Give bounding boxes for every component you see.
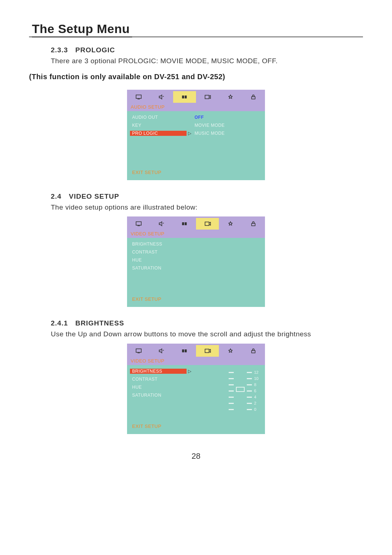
osd-item-value: MUSIC MODE <box>193 131 262 136</box>
osd-item-label: AUDIO OUT <box>130 115 187 120</box>
heading-num: 2.3.3 <box>51 46 68 54</box>
svg-rect-10 <box>182 222 184 225</box>
osd-section-label: AUDIO SETUP <box>127 103 265 111</box>
tab-preference-icon <box>219 91 242 103</box>
osd-item-label-selected: BRIGHTNESS <box>130 369 187 374</box>
svg-rect-7 <box>136 222 141 226</box>
scale-tick <box>229 409 234 410</box>
osd-item-label: SATURATION <box>130 266 187 271</box>
scale-num: 8 <box>254 382 260 388</box>
scale-tick <box>247 390 252 392</box>
scale-tick <box>247 403 252 404</box>
tab-general-icon <box>127 218 150 230</box>
scale-num: 0 <box>254 406 260 413</box>
scale-num: 2 <box>254 400 260 406</box>
osd-row: HUE <box>130 256 262 264</box>
scale-num: 12 <box>254 369 260 376</box>
scale-tick <box>247 409 252 410</box>
svg-rect-3 <box>182 96 184 98</box>
tab-general-icon <box>127 345 150 357</box>
tab-speaker-icon <box>150 345 173 357</box>
availability-note: (This function is only available on DV-2… <box>29 73 363 81</box>
scale-tick <box>247 397 252 398</box>
svg-rect-8 <box>137 226 139 226</box>
heading-num: 2.4.1 <box>51 319 68 327</box>
body-241: Use the Up and Down arrow buttons to mov… <box>51 329 363 339</box>
scale-tick <box>229 403 234 404</box>
heading-241: 2.4.1 BRIGHTNESS <box>51 319 363 327</box>
osd-item-label: CONTRAST <box>130 377 187 382</box>
osd-item-label: BRIGHTNESS <box>130 242 187 247</box>
heading-num: 2.4 <box>51 193 61 200</box>
osd-item-value: MOVIE MODE <box>193 123 262 128</box>
osd-row: SATURATION <box>130 264 262 272</box>
tab-video-icon <box>196 345 219 357</box>
heading-text: VIDEO SETUP <box>69 193 119 200</box>
osd-item-label-selected: PRO LOGIC <box>130 131 187 136</box>
osd-exit-label: EXIT SETUP <box>132 424 162 429</box>
scale-ticks-left <box>229 369 234 413</box>
scale-tick <box>229 378 234 379</box>
tab-general-icon <box>127 91 150 103</box>
osd-row: AUDIO OUT OFF <box>130 113 262 121</box>
scale-tick <box>229 390 234 392</box>
scale-marker-col <box>236 387 245 413</box>
tab-dolby-icon <box>173 91 196 103</box>
osd-row: BRIGHTNESS <box>130 240 262 248</box>
tab-speaker-icon <box>150 91 173 103</box>
osd-item-label: HUE <box>130 258 187 263</box>
osd-exit-label: EXIT SETUP <box>132 296 162 302</box>
tab-password-icon <box>242 345 265 357</box>
svg-rect-19 <box>205 349 209 353</box>
scale-num: 6 <box>254 388 260 394</box>
osd-row: CONTRAST <box>130 248 262 256</box>
tab-password-icon <box>242 91 265 103</box>
osd-item-value: OFF <box>193 115 262 120</box>
tab-preference-icon <box>219 218 242 230</box>
svg-rect-15 <box>137 353 139 353</box>
brightness-scale: 12 10 8 6 4 2 0 <box>229 369 260 413</box>
osd-section-label: VIDEO SETUP <box>127 230 265 238</box>
chevron-right-icon: ▷ <box>187 369 193 374</box>
scale-numbers: 12 10 8 6 4 2 0 <box>254 369 260 413</box>
osd-tabs <box>127 345 265 357</box>
svg-rect-13 <box>252 223 255 226</box>
osd-item-label: HUE <box>130 385 187 390</box>
svg-rect-17 <box>182 349 184 352</box>
osd-section-label: VIDEO SETUP <box>127 357 265 365</box>
tab-video-icon <box>196 218 219 230</box>
heading-text: BRIGHTNESS <box>75 319 124 327</box>
osd-item-label: KEY <box>130 123 187 128</box>
svg-rect-4 <box>185 96 187 98</box>
tab-video-icon <box>196 91 219 103</box>
svg-rect-5 <box>205 95 209 99</box>
osd-item-label: SATURATION <box>130 393 187 398</box>
scale-ticks-right <box>247 369 252 413</box>
osd-tabs <box>127 218 265 230</box>
scale-tick <box>247 384 252 385</box>
svg-rect-14 <box>136 349 141 352</box>
body-233: There are 3 optional PROLOGIC: MOVIE MOD… <box>51 56 363 66</box>
body-24: The video setup options are illustrated … <box>51 203 363 212</box>
svg-rect-1 <box>137 98 139 99</box>
osd-row: PRO LOGIC ▷ MUSIC MODE <box>130 129 262 137</box>
svg-rect-18 <box>185 349 187 352</box>
tab-speaker-icon <box>150 218 173 230</box>
svg-rect-11 <box>185 222 187 225</box>
osd-audio-prologic: AUDIO SETUP AUDIO OUT OFF KEY MOVIE MODE… <box>127 90 265 180</box>
chevron-right-icon: ▷ <box>187 131 193 136</box>
scale-num: 4 <box>254 394 260 400</box>
scale-tick <box>247 372 252 373</box>
scale-tick <box>229 397 234 398</box>
page-title: The Setup Menu <box>32 22 132 37</box>
osd-exit-label: EXIT SETUP <box>132 170 162 175</box>
svg-rect-12 <box>205 222 209 226</box>
svg-rect-20 <box>252 351 255 353</box>
tab-preference-icon <box>219 345 242 357</box>
scale-marker <box>236 387 245 392</box>
scale-tick <box>247 378 252 379</box>
scale-tick <box>229 384 234 385</box>
osd-item-label: CONTRAST <box>130 250 187 255</box>
svg-rect-0 <box>136 95 141 98</box>
scale-tick <box>229 372 234 373</box>
